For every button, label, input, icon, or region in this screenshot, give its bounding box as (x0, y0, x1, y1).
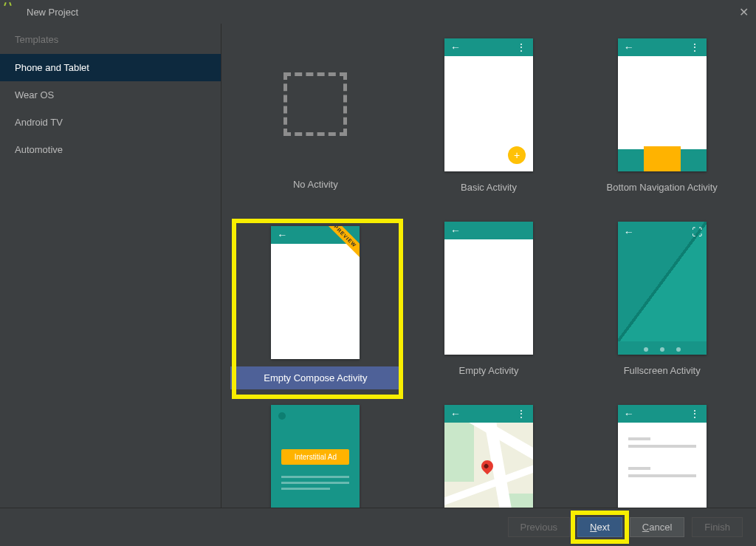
template-empty-compose[interactable]: ← PREVIEW Empty Compose Activity (229, 222, 402, 405)
fullscreen-icon: ⛶ (692, 226, 702, 238)
next-button[interactable]: Next (577, 517, 622, 537)
sidebar: Templates Phone and Tablet Wear OS Andro… (0, 24, 221, 508)
sidebar-item-label: Phone and Tablet (15, 62, 89, 73)
template-gallery: No Activity ←⋮ + Basic Activity ←⋮ Botto… (221, 24, 756, 508)
thumbnail: ←⋮ (618, 38, 707, 171)
back-arrow-icon: ← (624, 41, 634, 53)
nav-dots-icon (618, 347, 707, 352)
sidebar-item-phone-tablet[interactable]: Phone and Tablet (0, 54, 221, 81)
template-empty-activity[interactable]: ← Empty Activity (402, 222, 576, 405)
ad-button-label: Interstitial Ad (281, 449, 349, 465)
overflow-menu-icon: ⋮ (516, 408, 527, 420)
thumbnail: ← (444, 222, 533, 355)
overflow-menu-icon: ⋮ (690, 41, 701, 53)
thumbnail: ← ⛶ (618, 222, 707, 355)
sidebar-item-label: Wear OS (15, 89, 54, 100)
template-login[interactable]: ←⋮ (575, 405, 749, 508)
template-label: Empty Compose Activity (230, 366, 400, 389)
previous-button: Previous (508, 517, 571, 537)
template-fullscreen[interactable]: ← ⛶ Fullscreen Activity (575, 222, 749, 405)
fab-icon: + (508, 146, 526, 164)
back-arrow-icon: ← (450, 225, 461, 236)
overflow-menu-icon: ⋮ (690, 408, 701, 420)
window-title: New Project (27, 7, 739, 18)
sidebar-item-android-tv[interactable]: Android TV (0, 109, 221, 136)
thumbnail: ← PREVIEW (271, 226, 360, 359)
back-arrow-icon: ← (277, 229, 287, 241)
thumbnail: ←⋮ (444, 405, 533, 508)
template-label: No Activity (293, 179, 338, 190)
template-admob[interactable]: Interstitial Ad (229, 405, 402, 508)
footer-bar: Previous Next Cancel Finish (0, 508, 756, 546)
thumbnail: ←⋮ (618, 405, 707, 508)
finish-button: Finish (692, 517, 743, 537)
sidebar-header: Templates (0, 24, 221, 54)
thumbnail: Interstitial Ad (271, 405, 360, 508)
android-icon (7, 5, 21, 18)
back-arrow-icon: ← (450, 408, 461, 420)
content-area: Templates Phone and Tablet Wear OS Andro… (0, 24, 756, 508)
dashed-box-icon (284, 72, 347, 136)
back-arrow-icon: ← (624, 408, 634, 420)
close-icon[interactable]: ✕ (739, 5, 749, 19)
sidebar-item-label: Automotive (15, 144, 63, 155)
title-bar: New Project ✕ (0, 0, 756, 24)
template-label: Basic Activity (461, 182, 517, 193)
sidebar-item-label: Android TV (15, 117, 63, 128)
template-basic-activity[interactable]: ←⋮ + Basic Activity (402, 38, 576, 222)
overflow-menu-icon: ⋮ (516, 41, 527, 53)
thumbnail: ←⋮ + (444, 38, 533, 171)
back-arrow-icon: ← (624, 226, 634, 238)
template-label: Fullscreen Activity (624, 365, 701, 376)
template-no-activity[interactable]: No Activity (229, 38, 402, 222)
template-label: Empty Activity (459, 365, 519, 376)
sidebar-item-wear-os[interactable]: Wear OS (0, 81, 221, 109)
cancel-button[interactable]: Cancel (630, 517, 684, 537)
back-arrow-icon: ← (450, 41, 461, 53)
sidebar-item-automotive[interactable]: Automotive (0, 136, 221, 163)
template-label: Bottom Navigation Activity (607, 182, 718, 193)
template-bottom-navigation[interactable]: ←⋮ Bottom Navigation Activity (575, 38, 749, 222)
template-maps[interactable]: ←⋮ (402, 405, 576, 508)
